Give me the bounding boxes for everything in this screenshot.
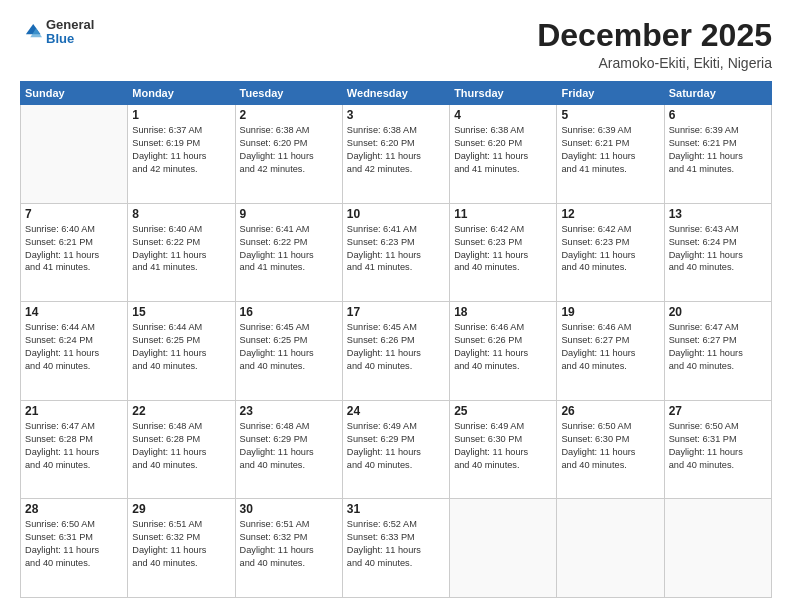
calendar-cell: 7Sunrise: 6:40 AMSunset: 6:21 PMDaylight… [21,203,128,302]
day-number: 11 [454,207,552,221]
logo-general: General [46,18,94,32]
day-number: 9 [240,207,338,221]
title-block: December 2025 Aramoko-Ekiti, Ekiti, Nige… [537,18,772,71]
calendar-cell: 16Sunrise: 6:45 AMSunset: 6:25 PMDayligh… [235,302,342,401]
cell-content: Sunrise: 6:48 AMSunset: 6:28 PMDaylight:… [132,420,230,472]
cell-content: Sunrise: 6:47 AMSunset: 6:28 PMDaylight:… [25,420,123,472]
calendar-cell: 26Sunrise: 6:50 AMSunset: 6:30 PMDayligh… [557,400,664,499]
day-number: 27 [669,404,767,418]
calendar-week-4: 21Sunrise: 6:47 AMSunset: 6:28 PMDayligh… [21,400,772,499]
day-number: 21 [25,404,123,418]
day-number: 22 [132,404,230,418]
calendar-cell [21,105,128,204]
calendar-body: 1Sunrise: 6:37 AMSunset: 6:19 PMDaylight… [21,105,772,598]
header: General Blue December 2025 Aramoko-Ekiti… [20,18,772,71]
calendar-cell: 4Sunrise: 6:38 AMSunset: 6:20 PMDaylight… [450,105,557,204]
day-number: 3 [347,108,445,122]
logo-blue: Blue [46,32,94,46]
calendar-cell: 2Sunrise: 6:38 AMSunset: 6:20 PMDaylight… [235,105,342,204]
cell-content: Sunrise: 6:46 AMSunset: 6:27 PMDaylight:… [561,321,659,373]
cell-content: Sunrise: 6:50 AMSunset: 6:30 PMDaylight:… [561,420,659,472]
logo-text: General Blue [46,18,94,47]
calendar-cell: 6Sunrise: 6:39 AMSunset: 6:21 PMDaylight… [664,105,771,204]
calendar-cell [664,499,771,598]
calendar-week-5: 28Sunrise: 6:50 AMSunset: 6:31 PMDayligh… [21,499,772,598]
day-number: 13 [669,207,767,221]
calendar-cell: 22Sunrise: 6:48 AMSunset: 6:28 PMDayligh… [128,400,235,499]
day-number: 18 [454,305,552,319]
calendar-cell: 1Sunrise: 6:37 AMSunset: 6:19 PMDaylight… [128,105,235,204]
cell-content: Sunrise: 6:49 AMSunset: 6:30 PMDaylight:… [454,420,552,472]
calendar-cell: 9Sunrise: 6:41 AMSunset: 6:22 PMDaylight… [235,203,342,302]
cell-content: Sunrise: 6:45 AMSunset: 6:25 PMDaylight:… [240,321,338,373]
cell-content: Sunrise: 6:44 AMSunset: 6:25 PMDaylight:… [132,321,230,373]
calendar-cell: 31Sunrise: 6:52 AMSunset: 6:33 PMDayligh… [342,499,449,598]
cell-content: Sunrise: 6:40 AMSunset: 6:22 PMDaylight:… [132,223,230,275]
calendar-cell: 19Sunrise: 6:46 AMSunset: 6:27 PMDayligh… [557,302,664,401]
calendar-cell [557,499,664,598]
day-header-thursday: Thursday [450,82,557,105]
calendar-header-row: SundayMondayTuesdayWednesdayThursdayFrid… [21,82,772,105]
calendar-cell: 17Sunrise: 6:45 AMSunset: 6:26 PMDayligh… [342,302,449,401]
cell-content: Sunrise: 6:50 AMSunset: 6:31 PMDaylight:… [669,420,767,472]
calendar-cell: 25Sunrise: 6:49 AMSunset: 6:30 PMDayligh… [450,400,557,499]
cell-content: Sunrise: 6:49 AMSunset: 6:29 PMDaylight:… [347,420,445,472]
calendar-week-1: 1Sunrise: 6:37 AMSunset: 6:19 PMDaylight… [21,105,772,204]
calendar-cell: 23Sunrise: 6:48 AMSunset: 6:29 PMDayligh… [235,400,342,499]
day-number: 26 [561,404,659,418]
day-number: 7 [25,207,123,221]
day-header-monday: Monday [128,82,235,105]
calendar-cell [450,499,557,598]
calendar-week-2: 7Sunrise: 6:40 AMSunset: 6:21 PMDaylight… [21,203,772,302]
cell-content: Sunrise: 6:43 AMSunset: 6:24 PMDaylight:… [669,223,767,275]
day-number: 6 [669,108,767,122]
day-number: 5 [561,108,659,122]
calendar-cell: 27Sunrise: 6:50 AMSunset: 6:31 PMDayligh… [664,400,771,499]
cell-content: Sunrise: 6:47 AMSunset: 6:27 PMDaylight:… [669,321,767,373]
day-header-saturday: Saturday [664,82,771,105]
cell-content: Sunrise: 6:39 AMSunset: 6:21 PMDaylight:… [669,124,767,176]
day-header-friday: Friday [557,82,664,105]
cell-content: Sunrise: 6:39 AMSunset: 6:21 PMDaylight:… [561,124,659,176]
calendar-cell: 30Sunrise: 6:51 AMSunset: 6:32 PMDayligh… [235,499,342,598]
cell-content: Sunrise: 6:45 AMSunset: 6:26 PMDaylight:… [347,321,445,373]
day-number: 8 [132,207,230,221]
day-number: 23 [240,404,338,418]
cell-content: Sunrise: 6:38 AMSunset: 6:20 PMDaylight:… [240,124,338,176]
day-header-sunday: Sunday [21,82,128,105]
logo-icon [20,21,42,43]
day-number: 10 [347,207,445,221]
cell-content: Sunrise: 6:42 AMSunset: 6:23 PMDaylight:… [454,223,552,275]
calendar-cell: 5Sunrise: 6:39 AMSunset: 6:21 PMDaylight… [557,105,664,204]
cell-content: Sunrise: 6:51 AMSunset: 6:32 PMDaylight:… [132,518,230,570]
day-number: 28 [25,502,123,516]
location: Aramoko-Ekiti, Ekiti, Nigeria [537,55,772,71]
cell-content: Sunrise: 6:51 AMSunset: 6:32 PMDaylight:… [240,518,338,570]
cell-content: Sunrise: 6:38 AMSunset: 6:20 PMDaylight:… [454,124,552,176]
calendar-cell: 11Sunrise: 6:42 AMSunset: 6:23 PMDayligh… [450,203,557,302]
day-number: 19 [561,305,659,319]
cell-content: Sunrise: 6:52 AMSunset: 6:33 PMDaylight:… [347,518,445,570]
day-number: 2 [240,108,338,122]
day-number: 1 [132,108,230,122]
calendar-cell: 18Sunrise: 6:46 AMSunset: 6:26 PMDayligh… [450,302,557,401]
calendar-table: SundayMondayTuesdayWednesdayThursdayFrid… [20,81,772,598]
cell-content: Sunrise: 6:50 AMSunset: 6:31 PMDaylight:… [25,518,123,570]
day-number: 31 [347,502,445,516]
calendar-cell: 10Sunrise: 6:41 AMSunset: 6:23 PMDayligh… [342,203,449,302]
day-header-tuesday: Tuesday [235,82,342,105]
day-number: 30 [240,502,338,516]
logo: General Blue [20,18,94,47]
day-number: 20 [669,305,767,319]
day-number: 24 [347,404,445,418]
cell-content: Sunrise: 6:41 AMSunset: 6:23 PMDaylight:… [347,223,445,275]
calendar-cell: 8Sunrise: 6:40 AMSunset: 6:22 PMDaylight… [128,203,235,302]
calendar-cell: 29Sunrise: 6:51 AMSunset: 6:32 PMDayligh… [128,499,235,598]
cell-content: Sunrise: 6:42 AMSunset: 6:23 PMDaylight:… [561,223,659,275]
calendar-cell: 20Sunrise: 6:47 AMSunset: 6:27 PMDayligh… [664,302,771,401]
calendar-cell: 21Sunrise: 6:47 AMSunset: 6:28 PMDayligh… [21,400,128,499]
month-year: December 2025 [537,18,772,53]
day-number: 17 [347,305,445,319]
day-number: 29 [132,502,230,516]
cell-content: Sunrise: 6:38 AMSunset: 6:20 PMDaylight:… [347,124,445,176]
